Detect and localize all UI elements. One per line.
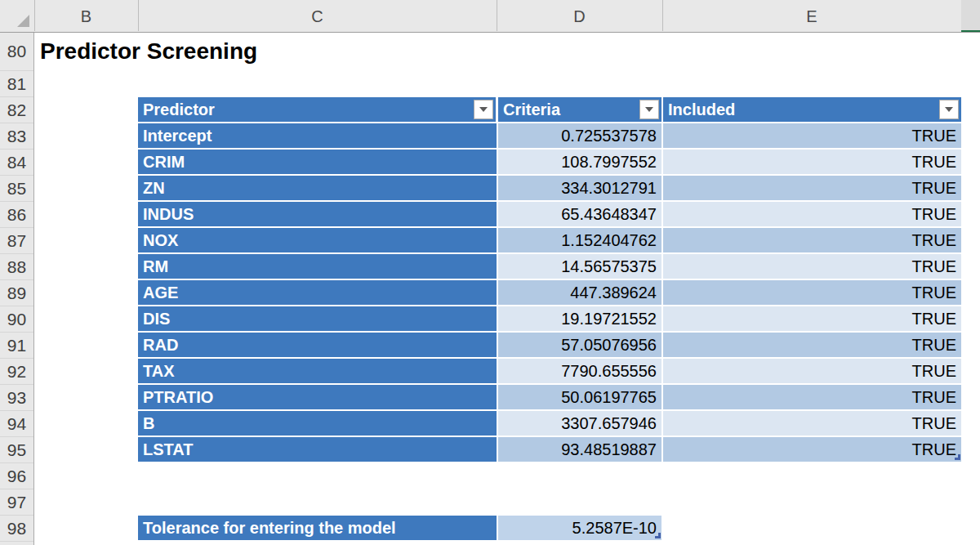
cell-included[interactable]: TRUE — [663, 359, 961, 383]
included-value: TRUE — [912, 127, 956, 145]
cell-included[interactable]: TRUE — [663, 280, 961, 305]
row-header-86[interactable]: 86 — [0, 202, 33, 228]
included-value: TRUE — [912, 388, 956, 406]
table-row: ZN334.3012791TRUE — [0, 176, 980, 202]
row-header-97[interactable]: 97 — [0, 489, 33, 516]
cell-included[interactable]: TRUE — [663, 437, 961, 462]
cell-predictor[interactable]: RAD — [138, 333, 497, 357]
cell-included[interactable]: TRUE — [663, 306, 961, 331]
row-header-88[interactable]: 88 — [0, 254, 33, 280]
row-header-89[interactable]: 89 — [0, 280, 33, 306]
page-title[interactable]: Predictor Screening — [40, 32, 257, 71]
row-header-90[interactable]: 90 — [0, 306, 33, 333]
table-row: DIS19.19721552TRUE — [0, 306, 980, 333]
table-row: AGE447.389624TRUE — [0, 280, 980, 306]
filter-dropdown-included[interactable] — [939, 100, 959, 119]
chevron-down-icon — [945, 107, 953, 112]
included-value: TRUE — [912, 336, 956, 354]
filter-dropdown-criteria[interactable] — [639, 100, 659, 119]
cell-predictor[interactable]: DIS — [138, 306, 497, 331]
row-header-87[interactable]: 87 — [0, 228, 33, 254]
included-value: TRUE — [912, 231, 956, 249]
cell-predictor[interactable]: LSTAT — [138, 437, 497, 462]
header-label-predictor: Predictor — [143, 101, 215, 118]
column-header-d[interactable]: D — [497, 0, 663, 31]
cell-included[interactable]: TRUE — [663, 228, 961, 252]
cell-criteria[interactable]: 447.389624 — [498, 280, 662, 305]
included-value: TRUE — [912, 310, 956, 328]
cell-predictor[interactable]: INDUS — [138, 202, 497, 226]
row-header-93[interactable]: 93 — [0, 385, 33, 411]
cell-included[interactable]: TRUE — [663, 411, 961, 436]
tolerance-value-cell[interactable]: 5.2587E-10 — [498, 516, 662, 540]
row-header-80[interactable]: 80 — [0, 32, 33, 71]
cell-predictor[interactable]: CRIM — [138, 150, 497, 174]
table-row: RAD57.05076956TRUE — [0, 333, 980, 359]
cell-predictor[interactable]: NOX — [138, 228, 497, 252]
row-header-81[interactable]: 81 — [0, 71, 33, 97]
row-header-85[interactable]: 85 — [0, 176, 33, 202]
cell-criteria[interactable]: 3307.657946 — [498, 411, 662, 436]
cell-criteria[interactable]: 108.7997552 — [498, 150, 662, 174]
cell-predictor[interactable]: PTRATIO — [138, 385, 497, 409]
cell-criteria[interactable]: 19.19721552 — [498, 306, 662, 331]
column-header-e[interactable]: E — [662, 0, 962, 31]
chevron-down-icon — [645, 107, 653, 112]
cell-included[interactable]: TRUE — [663, 176, 961, 200]
row-header-92[interactable]: 92 — [0, 359, 33, 385]
header-cell-included[interactable]: Included — [663, 97, 961, 122]
cell-predictor[interactable]: B — [138, 411, 497, 436]
cell-criteria[interactable]: 93.48519887 — [498, 437, 662, 462]
included-value: TRUE — [912, 205, 956, 223]
cell-included[interactable]: TRUE — [663, 333, 961, 357]
included-value: TRUE — [912, 362, 956, 380]
column-header-c[interactable]: C — [138, 0, 497, 31]
cell-criteria[interactable]: 1.152404762 — [498, 228, 662, 252]
active-column-header-indicator[interactable] — [961, 0, 980, 32]
chevron-down-icon — [479, 107, 488, 112]
cell-included[interactable]: TRUE — [663, 202, 961, 226]
cell-predictor[interactable]: AGE — [138, 280, 497, 305]
header-cell-predictor[interactable]: Predictor — [138, 97, 496, 122]
table-row: LSTAT93.48519887TRUE — [0, 437, 980, 463]
excel-sheet: BCDE 80818283848586878889909192939495969… — [0, 0, 980, 545]
cell-included[interactable]: TRUE — [663, 254, 961, 279]
cell-predictor[interactable]: TAX — [138, 359, 497, 383]
row-header-84[interactable]: 84 — [0, 150, 33, 176]
cell-predictor[interactable]: RM — [138, 254, 497, 279]
cell-criteria[interactable]: 0.725537578 — [498, 123, 662, 148]
row-header-82[interactable]: 82 — [0, 97, 33, 123]
column-header-b[interactable]: B — [34, 0, 139, 31]
table-resize-handle[interactable] — [955, 454, 960, 460]
cell-included[interactable]: TRUE — [663, 385, 961, 409]
cell-predictor[interactable]: ZN — [138, 176, 497, 200]
included-value: TRUE — [912, 440, 956, 458]
header-label-criteria: Criteria — [503, 101, 560, 118]
header-cell-criteria[interactable]: Criteria — [498, 97, 662, 122]
cell-included[interactable]: TRUE — [663, 150, 961, 174]
tolerance-label-cell[interactable]: Tolerance for entering the model — [138, 516, 497, 540]
row-header-91[interactable]: 91 — [0, 333, 33, 359]
cell-criteria[interactable]: 57.05076956 — [498, 333, 662, 357]
cell-predictor[interactable]: Intercept — [138, 123, 497, 148]
cell-criteria[interactable]: 50.06197765 — [498, 385, 662, 409]
row-header-95[interactable]: 95 — [0, 437, 33, 463]
cell-criteria[interactable]: 65.43648347 — [498, 202, 662, 226]
table-row: INDUS65.43648347TRUE — [0, 202, 980, 228]
row-header-94[interactable]: 94 — [0, 411, 33, 437]
cell-included[interactable]: TRUE — [663, 123, 961, 148]
cell-criteria[interactable]: 7790.655556 — [498, 359, 662, 383]
row-header-96[interactable]: 96 — [0, 463, 33, 489]
select-all-corner[interactable] — [0, 0, 35, 31]
row-header-98[interactable]: 98 — [0, 516, 33, 542]
cell-criteria[interactable]: 14.56575375 — [498, 254, 662, 279]
row-header-99[interactable]: 99 — [0, 542, 33, 545]
included-value: TRUE — [912, 179, 956, 197]
filter-dropdown-predictor[interactable] — [474, 100, 493, 119]
cell-criteria[interactable]: 334.3012791 — [498, 176, 662, 200]
table-resize-handle[interactable] — [655, 533, 661, 538]
included-value: TRUE — [912, 257, 956, 275]
table-row: Intercept0.725537578TRUE — [0, 123, 980, 150]
row-header-83[interactable]: 83 — [0, 123, 33, 150]
table-row: RM14.56575375TRUE — [0, 254, 980, 280]
